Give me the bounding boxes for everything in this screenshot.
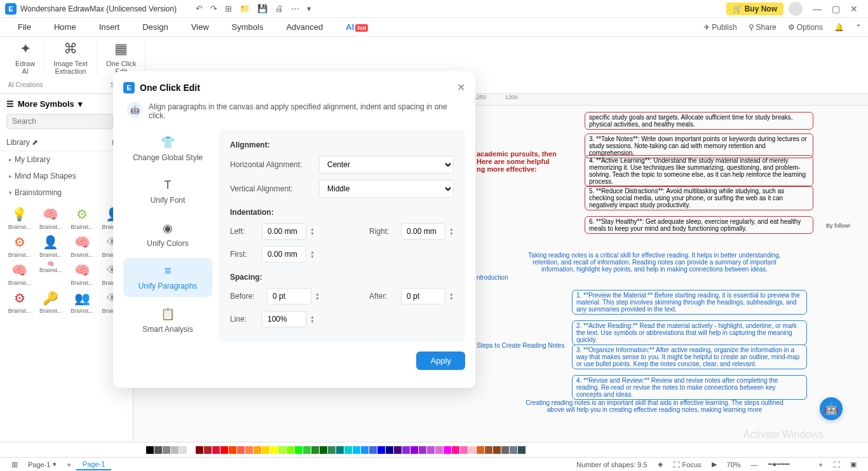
shape-item[interactable]: ⚙Brainst... (5, 233, 34, 258)
down-icon[interactable]: ▼ (310, 319, 315, 324)
ribbon-one-click[interactable]: ▦ One Click Edit (97, 41, 146, 75)
color-swatch[interactable] (427, 446, 435, 454)
canvas-text[interactable]: Taking reading notes is a critical skill… (527, 252, 782, 273)
color-swatch[interactable] (410, 446, 418, 454)
color-swatch[interactable] (485, 446, 492, 454)
ribbon-edraw-ai[interactable]: ✦ Edraw AI (6, 41, 44, 75)
color-swatch[interactable] (518, 446, 526, 454)
zoom-level[interactable]: 70% (722, 461, 746, 468)
print-icon[interactable]: 🖨 (275, 4, 283, 13)
color-swatch[interactable] (179, 446, 187, 454)
color-swatch[interactable] (295, 446, 302, 454)
focus-button[interactable]: ⛶ Focus (668, 461, 707, 468)
color-swatch[interactable] (501, 446, 509, 454)
color-swatch[interactable] (369, 446, 377, 454)
up-icon[interactable]: ▲ (310, 250, 315, 254)
share-button[interactable]: ⚲ Share (749, 23, 776, 32)
shape-item[interactable]: 🧠Brainst... (5, 261, 34, 286)
menu-home[interactable]: Home (43, 20, 88, 34)
nav-unify-paragraphs[interactable]: ≡Unify Paragraphs (123, 258, 212, 297)
color-swatch[interactable] (344, 446, 352, 454)
notifications-icon[interactable]: 🔔 (834, 23, 844, 32)
add-page-button[interactable]: + (62, 461, 76, 468)
shape-item[interactable]: 💡Brainst... (5, 205, 34, 230)
color-swatch[interactable] (460, 446, 468, 454)
maximize-button[interactable]: ▢ (827, 4, 845, 14)
shape-item[interactable]: 🧠Brainst... (36, 205, 65, 230)
color-swatch[interactable] (278, 446, 286, 454)
color-swatch[interactable] (146, 446, 154, 454)
menu-symbols[interactable]: Symbols (220, 20, 275, 34)
layout-icon[interactable]: ▥ (6, 460, 23, 468)
color-swatch[interactable] (444, 446, 451, 454)
canvas-text[interactable]: Creating reading notes is an important s… (521, 399, 788, 413)
color-swatch[interactable] (154, 446, 162, 454)
color-swatch[interactable] (163, 446, 170, 454)
shape-item[interactable]: ⚙Brainst... (68, 205, 97, 230)
zoom-slider[interactable]: ━●━━━ (763, 460, 814, 468)
menu-insert[interactable]: Insert (88, 20, 132, 34)
color-swatch[interactable] (361, 446, 369, 454)
color-swatch[interactable] (311, 446, 319, 454)
canvas-node[interactable]: 4. **Active Learning**: Understand the s… (585, 155, 813, 187)
v-align-select[interactable]: Middle (319, 180, 454, 198)
shape-item[interactable]: 👥Brainst... (68, 289, 97, 314)
color-swatch[interactable] (187, 446, 195, 454)
shape-item[interactable]: 🔑Brainst... (36, 289, 65, 314)
publish-button[interactable]: ✈ Publish (703, 23, 736, 32)
before-input[interactable] (267, 288, 311, 304)
menu-view[interactable]: View (180, 20, 220, 34)
color-swatch[interactable] (394, 446, 402, 454)
nav-smart-analysis[interactable]: 📋Smart Analysis (123, 301, 212, 340)
down-icon[interactable]: ▼ (310, 254, 315, 259)
shape-item[interactable]: 🧠Brainst... (68, 233, 97, 258)
color-swatch[interactable] (220, 446, 228, 454)
menu-advanced[interactable]: Advanced (275, 20, 334, 34)
color-swatch[interactable] (493, 446, 501, 454)
canvas-text[interactable]: academic pursuits, then Here are some he… (477, 150, 572, 173)
color-swatch[interactable] (196, 446, 203, 454)
close-button[interactable]: ✕ (845, 4, 863, 14)
canvas-node[interactable]: 6. **Stay Healthy**: Get adequate sleep,… (585, 216, 813, 234)
color-swatch[interactable] (510, 446, 517, 454)
menu-ai[interactable]: AIhot (334, 20, 379, 34)
color-swatch[interactable] (204, 446, 212, 454)
canvas-node[interactable]: 4. **Revise and Review:** Review and rev… (572, 375, 807, 400)
canvas-node[interactable]: specific study goals and targets. Alloca… (585, 112, 813, 130)
color-swatch[interactable] (254, 446, 261, 454)
color-swatch[interactable] (245, 446, 253, 454)
canvas-node[interactable]: 5. **Reduce Distractions**: Avoid multit… (585, 186, 813, 210)
color-swatch[interactable] (452, 446, 459, 454)
up-icon[interactable]: ▲ (315, 292, 320, 296)
color-swatch[interactable] (262, 446, 269, 454)
zoom-in-button[interactable]: + (814, 461, 828, 468)
search-input[interactable] (6, 114, 113, 129)
ai-assistant-button[interactable]: 🤖 (820, 397, 843, 420)
canvas-text[interactable]: Steps to Create Reading Notes (477, 342, 564, 349)
more-icon[interactable]: ⋯ (291, 4, 299, 13)
canvas-node[interactable]: 3. **Organize Information:** After activ… (572, 345, 807, 369)
color-swatch[interactable] (386, 446, 393, 454)
right-input[interactable] (401, 223, 445, 240)
close-icon[interactable]: ✕ (457, 81, 465, 93)
color-swatch[interactable] (212, 446, 220, 454)
open-icon[interactable]: 📁 (240, 4, 250, 13)
left-input[interactable] (262, 223, 306, 240)
nav-unify-colors[interactable]: ◉Unify Colors (123, 215, 212, 254)
canvas-text[interactable]: ntroduction (477, 274, 508, 281)
color-swatch[interactable] (303, 446, 311, 454)
canvas-node[interactable]: 2. **Active Reading:** Read the material… (572, 320, 807, 345)
fullscreen-icon[interactable]: ▣ (845, 460, 862, 468)
color-swatch[interactable] (237, 446, 245, 454)
color-swatch[interactable] (402, 446, 410, 454)
color-swatch[interactable] (328, 446, 336, 454)
up-icon[interactable]: ▲ (449, 292, 454, 296)
down-icon[interactable]: ▼ (315, 296, 320, 301)
color-swatch[interactable] (320, 446, 327, 454)
down-icon[interactable]: ▼ (449, 296, 454, 301)
color-swatch[interactable] (468, 446, 476, 454)
color-swatch[interactable] (270, 446, 278, 454)
canvas-node[interactable]: 1. **Preview the Material:** Before star… (572, 290, 807, 315)
ribbon-image-text[interactable]: ⌘ Image Text Extraction (44, 41, 97, 75)
color-swatch[interactable] (377, 446, 385, 454)
